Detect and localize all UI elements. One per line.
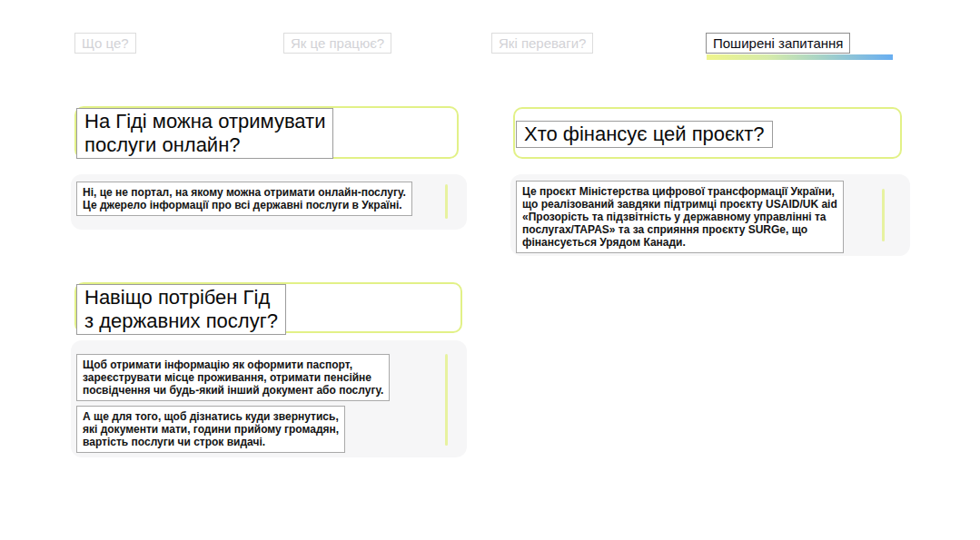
tab-what-is-it[interactable]: Що це? (74, 33, 136, 54)
faq-card-why-needed: Навіщо потрібен Гід з державних послуг? (74, 282, 462, 333)
faq-question: Хто фінансує цей проєкт? (516, 121, 773, 148)
faq-answer-text: Ні, це не портал, на якому можна отримат… (76, 182, 412, 216)
accent-line (445, 354, 448, 446)
faq-answer-panel: Щоб отримати інформацію як оформити пасп… (71, 340, 467, 457)
faq-card-online-services: На Гіді можна отримувати послуги онлайн? (74, 106, 459, 159)
faq-card-who-funds: Хто фінансує цей проєкт? (513, 107, 902, 159)
active-tab-underline (707, 54, 893, 60)
faq-answer-text: Це проєкт Міністерства цифрової трансфор… (516, 181, 844, 253)
tab-advantages[interactable]: Які переваги? (491, 33, 593, 54)
accent-line (445, 184, 448, 219)
accent-line (882, 189, 885, 241)
faq-page: Що це? Як це працює? Які переваги? Пошир… (0, 0, 980, 540)
faq-answer-panel: Ні, це не портал, на якому можна отримат… (71, 174, 467, 230)
tab-how-it-works[interactable]: Як це працює? (283, 33, 391, 54)
faq-question: На Гіді можна отримувати послуги онлайн? (76, 108, 333, 159)
tab-faq[interactable]: Поширені запитання (706, 33, 850, 54)
faq-answer-panel: Це проєкт Міністерства цифрової трансфор… (510, 174, 910, 256)
faq-answer-text: А ще для того, щоб дізнатись куди зверну… (76, 406, 345, 453)
faq-question: Навіщо потрібен Гід з державних послуг? (76, 284, 286, 335)
faq-answer-text: Щоб отримати інформацію як оформити пасп… (76, 354, 390, 401)
